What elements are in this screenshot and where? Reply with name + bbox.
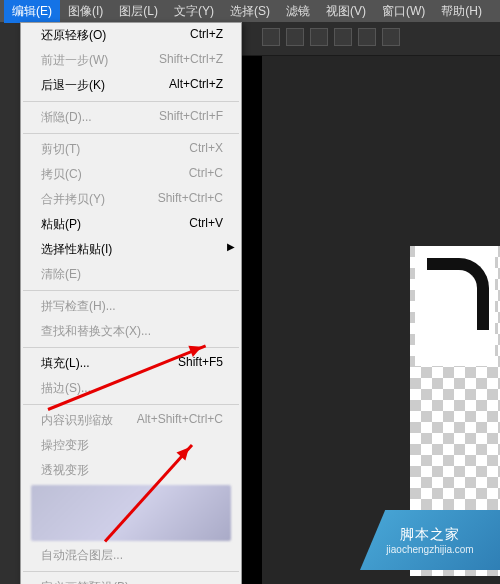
align-icon[interactable] [358,28,376,46]
menubar-item[interactable]: 窗口(W) [374,0,433,23]
menu-item-label: 操控变形 [41,437,89,454]
menu-item-label: 清除(E) [41,266,81,283]
menu-item-label: 拷贝(C) [41,166,82,183]
canvas-glyph [415,246,495,366]
menu-item: 渐隐(D)...Shift+Ctrl+F [21,105,241,130]
menu-item-label: 还原轻移(O) [41,27,106,44]
menu-item: 前进一步(W)Shift+Ctrl+Z [21,48,241,73]
menu-item-shortcut: Ctrl+C [189,166,223,183]
menu-item-label: 查找和替换文本(X)... [41,323,151,340]
left-tool-strip [0,0,20,584]
menubar-item[interactable]: 帮助(H) [433,0,490,23]
align-icon[interactable] [286,28,304,46]
align-icon[interactable] [382,28,400,46]
menu-item[interactable]: 还原轻移(O)Ctrl+Z [21,23,241,48]
menu-item-label: 剪切(T) [41,141,80,158]
menu-separator [23,571,239,572]
menu-item-label: 选择性粘贴(I) [41,241,112,258]
menu-item-shortcut: Ctrl+X [189,141,223,158]
menu-item[interactable]: 选择性粘贴(I) [21,237,241,262]
menu-item-label: 定义画笔预设(B)... [41,579,139,584]
menubar-item[interactable]: 编辑(E) [4,0,60,23]
menu-separator [23,133,239,134]
menubar-item[interactable]: 滤镜 [278,0,318,23]
menu-item: 拼写检查(H)... [21,294,241,319]
align-icon[interactable] [334,28,352,46]
menu-item-label: 粘贴(P) [41,216,81,233]
menu-separator [23,290,239,291]
menu-item-shortcut: Shift+Ctrl+F [159,109,223,126]
watermark-title: 脚本之家 [400,526,460,544]
menu-item-shortcut: Shift+F5 [178,355,223,372]
canvas-area[interactable] [262,56,500,584]
menubar-item[interactable]: 文字(Y) [166,0,222,23]
menu-separator [23,101,239,102]
menu-item-shortcut: Alt+Ctrl+Z [169,77,223,94]
menu-item: 定义画笔预设(B)... [21,575,241,584]
menu-item: 查找和替换文本(X)... [21,319,241,344]
align-icon-group [262,28,400,46]
menu-item: 清除(E) [21,262,241,287]
menu-item-label: 填充(L)... [41,355,90,372]
menu-item-shortcut: Shift+Ctrl+Z [159,52,223,69]
menu-item[interactable]: 后退一步(K)Alt+Ctrl+Z [21,73,241,98]
menu-item[interactable]: 填充(L)...Shift+F5 [21,351,241,376]
menubar-item[interactable]: 视图(V) [318,0,374,23]
menu-item-shortcut: Shift+Ctrl+C [158,191,223,208]
menu-item-label: 内容识别缩放 [41,412,113,429]
menu-item: 透视变形 [21,458,241,483]
menubar-item[interactable]: 图像(I) [60,0,111,23]
menu-item[interactable]: 粘贴(P)Ctrl+V [21,212,241,237]
menu-item-shortcut: Alt+Shift+Ctrl+C [137,412,223,429]
menu-item: 剪切(T)Ctrl+X [21,137,241,162]
menu-item: 内容识别缩放Alt+Shift+Ctrl+C [21,408,241,433]
menu-item: 操控变形 [21,433,241,458]
menu-item: 拷贝(C)Ctrl+C [21,162,241,187]
menubar-item[interactable]: 图层(L) [111,0,166,23]
menu-item: 合并拷贝(Y)Shift+Ctrl+C [21,187,241,212]
edit-menu-dropdown: 还原轻移(O)Ctrl+Z前进一步(W)Shift+Ctrl+Z后退一步(K)A… [20,22,242,584]
menu-item-shortcut: Ctrl+Z [190,27,223,44]
align-icon[interactable] [310,28,328,46]
menu-item-label: 透视变形 [41,462,89,479]
menu-item-label: 合并拷贝(Y) [41,191,105,208]
menu-item: 描边(S)... [21,376,241,401]
menu-item-label: 拼写检查(H)... [41,298,116,315]
menubar: 编辑(E)图像(I)图层(L)文字(Y)选择(S)滤镜视图(V)窗口(W)帮助(… [0,0,500,22]
menu-item-label: 后退一步(K) [41,77,105,94]
menu-item-label: 渐隐(D)... [41,109,92,126]
menu-item-shortcut: Ctrl+V [189,216,223,233]
menubar-item[interactable]: 选择(S) [222,0,278,23]
menu-item-label: 前进一步(W) [41,52,108,69]
watermark-sub: jiaochengzhijia.com [386,544,473,555]
align-icon[interactable] [262,28,280,46]
menu-item-label: 自动混合图层... [41,547,123,564]
menu-item: 自动混合图层... [21,543,241,568]
